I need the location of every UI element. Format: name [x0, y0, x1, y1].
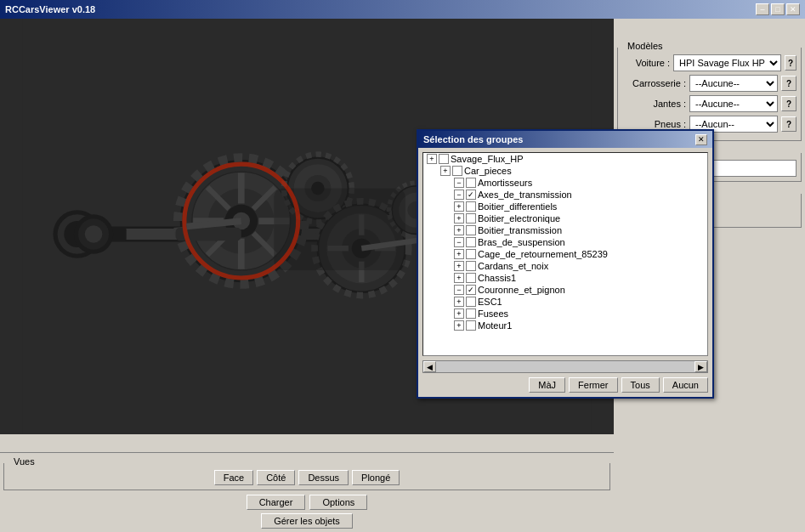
- carrosserie-label: Carrosserie :: [622, 78, 686, 88]
- tree-checkbox[interactable]: [466, 320, 476, 331]
- tree-item-label: Bras_de_suspension: [478, 237, 565, 247]
- tree-checkbox[interactable]: [466, 249, 476, 259]
- vue-dessus-button[interactable]: Dessus: [298, 470, 349, 485]
- pneus-help-button[interactable]: ?: [781, 116, 796, 132]
- tree-item-label: Cardans_et_noix: [478, 261, 548, 271]
- title-bar: RCCarsViewer v0.18 – □ ✕: [0, 0, 805, 19]
- gerer-button[interactable]: Gérer les objets: [261, 513, 353, 529]
- vues-label: Vues: [11, 456, 37, 467]
- tree-item-label: Boitier_transmission: [478, 225, 562, 235]
- tree-item[interactable]: +Chassis1: [423, 272, 707, 284]
- scroll-left-button[interactable]: ◀: [423, 361, 436, 372]
- tree-expand-icon[interactable]: −: [454, 190, 464, 200]
- tree-item[interactable]: −✓Couronne_et_pignon: [423, 284, 707, 296]
- tree-expand-icon[interactable]: +: [440, 166, 451, 176]
- modal-title: Sélection des groupes: [423, 134, 523, 144]
- minimize-button[interactable]: –: [756, 3, 769, 15]
- voiture-help-button[interactable]: ?: [785, 55, 796, 71]
- tree-item[interactable]: +Cardans_et_noix: [423, 260, 707, 272]
- tree-expand-icon[interactable]: +: [454, 273, 464, 283]
- tree-item[interactable]: −Bras_de_suspension: [423, 236, 707, 248]
- tous-button[interactable]: Tous: [621, 377, 660, 393]
- carrosserie-help-button[interactable]: ?: [781, 76, 796, 91]
- vue-face-button[interactable]: Face: [214, 470, 253, 485]
- modal-title-bar: Sélection des groupes ✕: [418, 131, 712, 148]
- tree-checkbox[interactable]: [466, 308, 476, 319]
- carrosserie-select[interactable]: --Aucune--: [689, 75, 778, 92]
- action-buttons: Charger Options: [3, 495, 610, 510]
- tree-checkbox[interactable]: [439, 154, 449, 164]
- carrosserie-row: Carrosserie : --Aucune-- ?: [622, 75, 796, 92]
- tree-item[interactable]: +Car_pieces: [423, 165, 707, 177]
- tree-item[interactable]: −✓Axes_de_transmission: [423, 189, 707, 201]
- vue-plonge-button[interactable]: Plongé: [352, 470, 400, 485]
- vue-cote-button[interactable]: Côté: [257, 470, 295, 485]
- tree-checkbox[interactable]: [466, 201, 476, 212]
- tree-expand-icon[interactable]: +: [454, 308, 464, 319]
- tree-checkbox[interactable]: ✓: [466, 190, 476, 200]
- scroll-right-button[interactable]: ▶: [694, 361, 707, 372]
- tree-checkbox[interactable]: [466, 178, 476, 188]
- tree-expand-icon[interactable]: −: [454, 285, 464, 295]
- tree-item[interactable]: +Fusees: [423, 308, 707, 320]
- aucun-button[interactable]: Aucun: [663, 377, 708, 393]
- horizontal-scrollbar[interactable]: ◀ ▶: [422, 360, 708, 373]
- close-button[interactable]: ✕: [786, 3, 800, 15]
- tree-expand-icon[interactable]: +: [427, 154, 437, 164]
- tree-item[interactable]: +ESC1: [423, 296, 707, 308]
- tree-expand-icon[interactable]: +: [454, 225, 464, 235]
- options-button[interactable]: Options: [309, 495, 367, 510]
- tree-checkbox[interactable]: [452, 166, 462, 176]
- maximize-button[interactable]: □: [771, 3, 785, 15]
- app-title: RCCarsViewer v0.18: [5, 4, 95, 14]
- tree-item[interactable]: +Boitier_transmission: [423, 224, 707, 236]
- tree-expand-icon[interactable]: +: [454, 261, 464, 271]
- tree-checkbox[interactable]: ✓: [466, 285, 476, 295]
- tree-checkbox[interactable]: [466, 225, 476, 235]
- tree-expand-icon[interactable]: −: [454, 237, 464, 247]
- pneus-label: Pneus :: [622, 119, 686, 129]
- tree-view[interactable]: +Savage_Flux_HP+Car_pieces−Amortisseurs−…: [422, 152, 708, 356]
- tree-checkbox[interactable]: [466, 237, 476, 247]
- maj-button[interactable]: MàJ: [529, 377, 565, 393]
- tree-item-label: Boitier_electronique: [478, 213, 560, 224]
- scroll-track[interactable]: [436, 361, 694, 372]
- tree-item[interactable]: +Cage_de_retournement_85239: [423, 248, 707, 260]
- tree-expand-icon[interactable]: +: [454, 249, 464, 259]
- tree-item[interactable]: +Moteur1: [423, 320, 707, 331]
- vues-buttons: Face Côté Dessus Plongé: [9, 470, 605, 485]
- tree-item-label: Fusees: [478, 308, 508, 319]
- svg-point-47: [85, 225, 103, 243]
- title-bar-buttons: – □ ✕: [756, 3, 800, 15]
- tree-expand-icon[interactable]: +: [454, 213, 464, 224]
- charger-button[interactable]: Charger: [247, 495, 306, 510]
- tree-checkbox[interactable]: [466, 261, 476, 271]
- tree-item-label: Moteur1: [478, 320, 512, 331]
- modeles-label: Modèles: [625, 41, 666, 51]
- tree-checkbox[interactable]: [466, 213, 476, 224]
- tree-item-label: Savage_Flux_HP: [451, 154, 524, 164]
- tree-item[interactable]: +Boitier_electronique: [423, 212, 707, 224]
- modal-close-button[interactable]: ✕: [695, 134, 707, 145]
- vues-group: Vues Face Côté Dessus Plongé: [3, 463, 610, 490]
- tree-item-label: Cage_de_retournement_85239: [478, 249, 608, 259]
- tree-expand-icon[interactable]: +: [454, 201, 464, 212]
- fermer-button[interactable]: Fermer: [569, 377, 617, 393]
- tree-item[interactable]: +Boitier_differentiels: [423, 201, 707, 212]
- tree-checkbox[interactable]: [466, 297, 476, 307]
- tree-item-label: Couronne_et_pignon: [478, 285, 565, 295]
- tree-checkbox[interactable]: [466, 273, 476, 283]
- tree-item-label: Chassis1: [478, 273, 516, 283]
- jantes-help-button[interactable]: ?: [781, 96, 796, 111]
- jantes-row: Jantes : --Aucune-- ?: [622, 95, 796, 112]
- tree-item[interactable]: −Amortisseurs: [423, 177, 707, 189]
- jantes-select[interactable]: --Aucune--: [689, 95, 778, 112]
- bottom-bar: Vues Face Côté Dessus Plongé Charger Opt…: [0, 452, 614, 532]
- tree-expand-icon[interactable]: +: [454, 320, 464, 331]
- tree-expand-icon[interactable]: +: [454, 297, 464, 307]
- tree-item-label: Amortisseurs: [478, 178, 532, 188]
- tree-item[interactable]: +Savage_Flux_HP: [423, 153, 707, 165]
- tree-expand-icon[interactable]: −: [454, 178, 464, 188]
- jantes-label: Jantes :: [622, 99, 686, 109]
- voiture-select[interactable]: HPI Savage Flux HP: [673, 54, 781, 71]
